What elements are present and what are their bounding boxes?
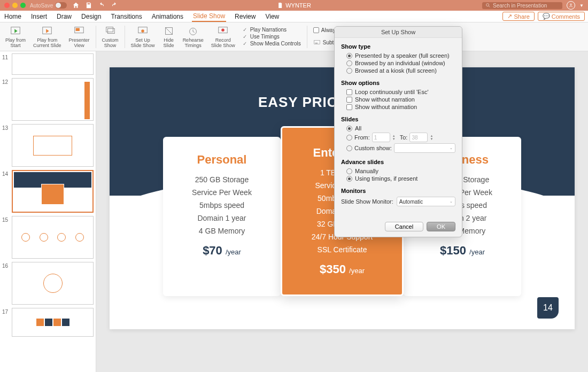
comment-icon: 💬 xyxy=(543,13,550,20)
user-account-icon[interactable] xyxy=(567,1,575,10)
menu-draw[interactable]: Draw xyxy=(56,12,73,21)
menu-design[interactable]: Design xyxy=(80,12,102,21)
close-window-icon[interactable] xyxy=(4,3,10,8)
radio-icon xyxy=(346,60,352,66)
plan-feature: Service Per Week xyxy=(176,188,268,197)
svg-rect-15 xyxy=(315,43,318,43)
rehearse-button[interactable]: Rehearse Timings xyxy=(180,24,207,50)
radio-presented-speaker[interactable]: Presented by a speaker (full screen) xyxy=(341,52,455,59)
svg-rect-14 xyxy=(314,41,320,44)
plan-price: $350 /year xyxy=(295,262,389,276)
chevron-down-icon[interactable]: ▼ xyxy=(579,3,584,8)
share-icon: ↗ xyxy=(507,13,512,20)
checkbox-loop[interactable]: Loop continuously until 'Esc' xyxy=(341,88,455,96)
play-from-current-button[interactable]: Play from Current Slide xyxy=(30,24,65,50)
svg-point-13 xyxy=(221,29,225,32)
radio-custom-show[interactable]: Custom show: ⌄ xyxy=(341,143,455,153)
radio-timings[interactable]: Using timings, if present xyxy=(341,175,455,182)
record-icon xyxy=(216,25,229,37)
slide-thumbnail[interactable] xyxy=(12,78,94,121)
plan-feature: SSL Certificate xyxy=(295,245,389,254)
window-controls xyxy=(4,3,26,8)
play-narrations-checkbox[interactable]: ✓Play Narrations xyxy=(243,27,301,33)
custom-show-button[interactable]: Custom Show xyxy=(99,24,122,50)
main-area: 11 12 13 14 15 16 17 EASY PRICING TABLES… xyxy=(0,51,588,372)
checkbox-no-narration[interactable]: Show without narration xyxy=(341,96,455,103)
thumb-number: 16 xyxy=(2,262,12,305)
thumb-number: 12 xyxy=(2,78,12,121)
stepper-icon[interactable]: ▲▼ xyxy=(392,133,398,142)
minimize-window-icon[interactable] xyxy=(12,3,18,8)
setup-icon xyxy=(136,25,149,37)
menu-insert[interactable]: Insert xyxy=(30,12,48,21)
autosave-toggle[interactable]: AutoSave xyxy=(30,2,67,9)
svg-rect-7 xyxy=(107,29,114,34)
play-current-icon xyxy=(41,25,53,37)
menu-review[interactable]: Review xyxy=(234,12,257,21)
checkbox-no-animation[interactable]: Show without animation xyxy=(341,103,455,111)
slide-thumbnail[interactable] xyxy=(12,308,94,337)
stepper-icon[interactable]: ▲▼ xyxy=(430,133,435,142)
menu-view[interactable]: View xyxy=(264,12,280,21)
radio-manually[interactable]: Manually xyxy=(341,167,455,175)
slide-thumbnail[interactable] xyxy=(12,262,94,305)
monitor-label: Slide Show Monitor: xyxy=(341,198,393,205)
radio-browsed-kiosk[interactable]: Browsed at a kiosk (full screen) xyxy=(341,67,455,74)
from-input[interactable]: 1 xyxy=(372,133,390,142)
undo-icon[interactable] xyxy=(98,2,105,9)
monitor-select[interactable]: Automatic⌄ xyxy=(397,197,455,206)
custom-show-select[interactable]: ⌄ xyxy=(394,143,455,153)
hide-slide-button[interactable]: Hide Slide xyxy=(159,24,179,50)
menu-animations[interactable]: Animations xyxy=(151,12,184,21)
svg-point-9 xyxy=(141,29,144,33)
slide-thumbnail[interactable] xyxy=(12,53,94,75)
record-button[interactable]: Record Slide Show xyxy=(208,24,238,50)
cancel-button[interactable]: Cancel xyxy=(385,222,423,231)
slide-number-badge: 14 xyxy=(537,297,559,319)
radio-from-to[interactable]: From: 1 ▲▼ To: 38 ▲▼ xyxy=(341,132,455,143)
radio-browsed-individual[interactable]: Browsed by an individual (window) xyxy=(341,59,455,67)
checkbox-icon xyxy=(346,89,352,95)
search-input[interactable]: Search in Presentation xyxy=(482,2,562,9)
section-heading: Monitors xyxy=(341,188,455,194)
radio-icon xyxy=(346,126,352,131)
titlebar: AutoSave WYNTER Search in Presentation ▼ xyxy=(0,0,588,11)
menu-home[interactable]: Home xyxy=(3,12,22,21)
autosave-label: AutoSave xyxy=(30,3,53,9)
redo-icon[interactable] xyxy=(111,2,118,9)
radio-icon xyxy=(346,168,352,174)
save-icon[interactable] xyxy=(85,2,92,9)
section-heading: Advance slides xyxy=(341,159,455,165)
show-media-checkbox[interactable]: ✓Show Media Controls xyxy=(243,41,301,46)
section-heading: Show type xyxy=(341,43,455,50)
radio-all-slides[interactable]: All xyxy=(341,125,455,132)
thumbnail-panel: 11 12 13 14 15 16 17 xyxy=(0,51,96,372)
plan-price: $150 /year xyxy=(416,244,508,258)
menu-slideshow[interactable]: Slide Show xyxy=(192,11,226,22)
slide-thumbnail[interactable] xyxy=(12,216,94,259)
maximize-window-icon[interactable] xyxy=(20,3,26,8)
play-from-start-button[interactable]: Play from Start xyxy=(2,24,29,50)
radio-icon xyxy=(346,68,352,74)
ok-button[interactable]: OK xyxy=(427,222,455,231)
thumb-number: 13 xyxy=(2,124,12,167)
ribbon: Play from Start Play from Current Slide … xyxy=(0,22,588,51)
dialog-title: Set Up Show xyxy=(335,27,462,38)
to-input[interactable]: 38 xyxy=(409,133,428,142)
setup-show-dialog: Set Up Show Show type Presented by a spe… xyxy=(334,26,462,237)
radio-icon xyxy=(346,135,352,141)
share-button[interactable]: ↗Share xyxy=(502,12,534,21)
slide-thumbnail-selected[interactable] xyxy=(12,170,94,213)
menu-transitions[interactable]: Transitions xyxy=(110,12,143,21)
search-icon xyxy=(485,3,491,8)
radio-icon xyxy=(346,145,352,151)
thumb-number: 17 xyxy=(2,308,12,337)
slide-thumbnail[interactable] xyxy=(12,124,94,167)
plan-price: $70 /year xyxy=(176,244,268,258)
autosave-switch-icon[interactable] xyxy=(55,2,67,9)
presenter-view-button[interactable]: Presenter View xyxy=(66,24,93,50)
use-timings-checkbox[interactable]: ✓Use Timings xyxy=(243,34,301,40)
home-icon[interactable] xyxy=(72,2,80,9)
setup-show-button[interactable]: Set Up Slide Show xyxy=(128,24,158,50)
comments-button[interactable]: 💬Comments xyxy=(538,12,585,21)
